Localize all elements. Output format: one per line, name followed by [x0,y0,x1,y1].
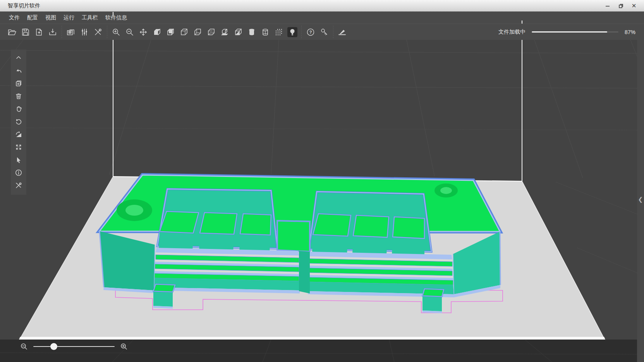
toolbar-view-group [111,27,297,37]
move-button[interactable] [138,27,148,37]
model-louvers-left [154,255,299,281]
duplicate-button[interactable] [11,77,26,89]
view-cube-base-plane-button[interactable] [220,27,230,37]
scale-triangle-icon [15,130,22,138]
wrench-screwdriver-icon [93,27,103,37]
cursor-arrow-icon [15,156,22,164]
view-cube-sheet-button[interactable] [165,27,175,37]
import-file-button[interactable] [48,27,58,37]
open-file-button[interactable] [7,27,17,37]
select-cursor-button[interactable] [11,153,26,166]
view-cube-hidden-dashed-button[interactable] [192,27,203,37]
license-key-button[interactable] [319,27,329,37]
menu-file[interactable]: 文件 [9,14,20,21]
tools-button[interactable] [93,27,103,37]
viewport-3d[interactable]: ❮ [0,40,644,362]
hand-icon [15,105,22,113]
key-icon [319,27,329,37]
view-cube-bottom-dotted-button[interactable] [206,27,216,37]
help-button[interactable]: ? [306,27,316,37]
points-cube-icon [274,27,283,37]
printer-panel-button[interactable] [66,27,76,37]
restore-button[interactable] [616,1,625,10]
toolbar-help-group: ? [306,27,329,37]
cylinder-dashed-icon [261,27,270,37]
zoom-slider-handle[interactable] [50,343,57,350]
help-icon: ? [306,27,315,37]
viewport-edge-tick [522,21,522,24]
mirror-scale-button[interactable] [11,128,26,141]
pan-hand-button[interactable] [11,102,26,115]
viewport-zoom-bar [20,343,128,350]
window-controls: ✕ [603,1,644,10]
menu-view[interactable]: 视图 [45,14,56,21]
cube-front-dashed-icon [179,27,189,37]
cube-base-plane-icon [220,27,229,37]
close-icon: ✕ [632,3,637,9]
zoom-in-icon [112,27,121,37]
repair-tools-button[interactable] [11,179,26,192]
title-bar: 智享切片软件 ✕ [0,0,644,12]
view-cube-solid-button[interactable] [152,27,162,37]
light-toggle-button[interactable] [287,27,297,37]
viewport-3d-scene[interactable] [0,40,644,362]
view-points-button[interactable] [274,27,284,37]
cylinder-icon [247,27,256,37]
zoom-out-slider-icon[interactable] [20,343,28,350]
cube-diagonal-icon [234,27,243,37]
close-button[interactable]: ✕ [629,1,639,10]
zoom-out-button[interactable] [125,27,135,37]
view-cylinder-button[interactable] [247,27,257,37]
menu-bar: 文件 配置 视图 运行 工具栏 软件信息 [0,12,644,24]
download-tray-icon [48,27,57,37]
cube-bottom-dotted-icon [206,27,216,37]
view-cube-front-dashed-button[interactable] [179,27,189,37]
info-button[interactable] [11,166,26,179]
zoom-slider-track[interactable] [33,346,115,347]
collapse-tools-button[interactable] [11,51,26,64]
minimize-button[interactable] [603,1,612,10]
delete-button[interactable] [11,89,26,102]
minimize-icon [605,3,610,9]
viewport-edge-tick [113,12,113,15]
window-title: 智享切片软件 [8,2,40,9]
tune-sliders-button[interactable] [79,27,89,37]
info-icon [15,169,22,177]
zoom-in-slider-icon[interactable] [120,343,128,350]
rotate-button[interactable] [11,115,26,128]
export-file-button[interactable] [34,27,44,37]
toolbar-file-group [7,27,58,37]
view-cylinder-dashed-button[interactable] [260,27,270,37]
toolbar-separator [62,26,62,38]
cube-solid-icon [152,27,161,37]
right-panel-toggle[interactable]: ❮ [638,196,643,202]
model-louvers-right [308,259,453,285]
menu-run[interactable]: 运行 [64,14,74,21]
model-foot-left [153,284,175,309]
model-compartments-right [312,214,424,256]
menu-config[interactable]: 配置 [27,14,38,21]
menu-about[interactable]: 软件信息 [105,14,127,21]
crossed-tools-icon [15,182,22,189]
menu-toolbar[interactable]: 工具栏 [82,14,98,21]
fit-view-button[interactable] [11,141,26,153]
toolbar-machine-group [66,27,103,37]
zoom-slider[interactable] [33,343,115,350]
toolbar-draw-group [337,27,347,37]
undo-button[interactable] [11,64,26,77]
copy-plus-icon [15,79,22,87]
zoom-in-button[interactable] [111,27,121,37]
expand-arrows-icon [15,143,22,151]
model-foot-right [422,289,444,313]
zoom-out-icon [125,27,134,37]
move-arrows-icon [139,27,148,37]
draw-pen-button[interactable] [337,27,347,37]
model-boss-right [434,184,458,197]
cube-sheet-icon [166,27,175,37]
lightbulb-icon [288,27,297,37]
save-file-button[interactable] [21,27,31,37]
toolbar-separator [107,26,107,38]
file-upload-icon [34,27,44,37]
progress-percent: 87% [625,29,635,35]
view-cube-diagonal-button[interactable] [233,27,243,37]
